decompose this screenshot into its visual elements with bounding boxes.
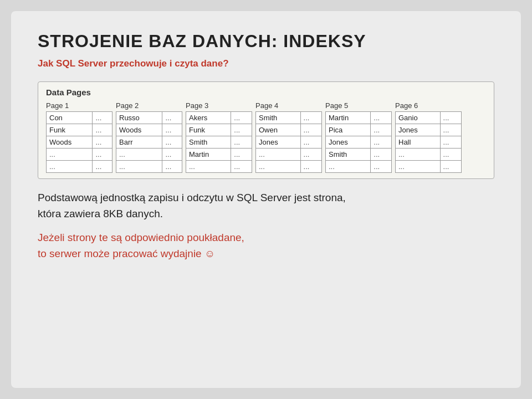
- table-cell: ...: [162, 161, 182, 173]
- table-cell: ...: [440, 161, 461, 173]
- table-cell: Funk: [47, 124, 93, 136]
- table-cell: Hall: [396, 136, 441, 149]
- page-header-6: Page 6: [395, 101, 462, 110]
- highlight-text: Jeżeli strony te są odpowiednio poukłada…: [38, 229, 494, 262]
- table-row: Hall...: [396, 136, 462, 149]
- table-row: Smith...: [256, 112, 322, 124]
- table-cell: Smith: [256, 112, 301, 124]
- table-row: ......: [396, 161, 462, 173]
- table-row: Russo...: [116, 112, 182, 124]
- table-row: ......: [186, 161, 252, 173]
- table-cell: Martin: [326, 112, 371, 124]
- table-row: Jones...: [256, 136, 322, 149]
- table-row: Smith...: [186, 136, 252, 149]
- table-cell: Pica: [326, 124, 371, 136]
- table-row: ......: [47, 149, 112, 161]
- table-row: Woods...: [47, 136, 112, 149]
- table-cell: Martin: [186, 149, 231, 161]
- table-row: Con...: [47, 112, 112, 124]
- page-table-3: Akers...Funk...Smith...Martin.........: [186, 111, 252, 173]
- page-header-3: Page 3: [186, 101, 252, 110]
- table-cell: ...: [440, 124, 461, 136]
- table-row: ......: [256, 149, 322, 161]
- table-row: Jones...: [396, 124, 462, 136]
- table-row: ......: [396, 149, 462, 161]
- table-row: Woods...: [116, 124, 182, 136]
- table-cell: ...: [371, 161, 392, 173]
- table-cell: Woods: [47, 136, 93, 149]
- table-row: Martin...: [326, 112, 392, 124]
- table-cell: Con: [47, 112, 93, 124]
- page-header-2: Page 2: [116, 101, 182, 110]
- table-cell: ...: [162, 112, 182, 124]
- table-cell: ...: [47, 161, 93, 173]
- table-cell: ...: [300, 112, 321, 124]
- subtitle: Jak SQL Server przechowuje i czyta dane?: [38, 58, 494, 69]
- table-cell: Jones: [396, 124, 441, 136]
- table-cell: Jones: [326, 136, 371, 149]
- table-cell: ...: [231, 136, 252, 149]
- data-pages-label: Data Pages: [46, 88, 486, 97]
- table-cell: Jones: [256, 136, 301, 149]
- page-col-6: Page 6Ganio...Jones...Hall..............…: [395, 101, 462, 173]
- table-cell: ...: [231, 149, 252, 161]
- table-cell: ...: [326, 161, 371, 173]
- table-row: ......: [326, 161, 392, 173]
- page-header-4: Page 4: [255, 101, 322, 110]
- table-cell: Woods: [116, 124, 162, 136]
- page-col-5: Page 5Martin...Pica...Jones...Smith.....…: [325, 101, 392, 173]
- table-cell: Akers: [186, 112, 231, 124]
- table-cell: ...: [93, 149, 112, 161]
- table-row: ......: [47, 161, 112, 173]
- table-cell: Ganio: [396, 112, 441, 124]
- page-table-4: Smith...Owen...Jones...............: [255, 111, 322, 173]
- data-pages-box: Data Pages Page 1Con...Funk...Woods.....…: [38, 81, 494, 179]
- page-col-4: Page 4Smith...Owen...Jones..............…: [255, 101, 322, 173]
- page-table-1: Con...Funk...Woods...............: [46, 111, 112, 173]
- table-cell: ...: [256, 149, 301, 161]
- table-cell: ...: [116, 149, 162, 161]
- table-cell: ...: [47, 149, 93, 161]
- table-cell: Smith: [186, 136, 231, 149]
- table-cell: ...: [256, 161, 301, 173]
- table-row: Owen...: [256, 124, 322, 136]
- table-cell: ...: [300, 161, 321, 173]
- page-col-1: Page 1Con...Funk...Woods...............: [46, 101, 112, 173]
- table-cell: ...: [162, 136, 182, 149]
- table-cell: Owen: [256, 124, 301, 136]
- table-cell: ...: [371, 112, 392, 124]
- table-cell: ...: [186, 161, 231, 173]
- table-cell: Funk: [186, 124, 231, 136]
- table-row: Pica...: [326, 124, 392, 136]
- table-cell: ...: [371, 124, 392, 136]
- table-cell: ...: [300, 136, 321, 149]
- table-cell: ...: [93, 161, 112, 173]
- table-cell: ...: [93, 112, 112, 124]
- table-cell: ...: [300, 149, 321, 161]
- page-table-2: Russo...Woods...Barr...............: [116, 111, 182, 173]
- table-row: Barr...: [116, 136, 182, 149]
- table-cell: ...: [93, 136, 112, 149]
- table-cell: Russo: [116, 112, 162, 124]
- table-cell: ...: [93, 124, 112, 136]
- page-table-6: Ganio...Jones...Hall...............: [395, 111, 462, 173]
- page-col-3: Page 3Akers...Funk...Smith...Martin.....…: [186, 101, 252, 173]
- table-cell: ...: [300, 124, 321, 136]
- table-cell: ...: [440, 149, 461, 161]
- body-text: Podstawową jednostką zapisu i odczytu w …: [38, 190, 494, 222]
- table-row: Funk...: [186, 124, 252, 136]
- highlight-line2: to serwer może pracować wydajnie ☺: [38, 248, 215, 259]
- pages-row: Page 1Con...Funk...Woods...............P…: [46, 101, 486, 173]
- table-row: Jones...: [326, 136, 392, 149]
- table-cell: Barr: [116, 136, 162, 149]
- page-table-5: Martin...Pica...Jones...Smith.........: [325, 111, 392, 173]
- table-cell: ...: [440, 136, 461, 149]
- table-cell: ...: [231, 112, 252, 124]
- table-row: ......: [116, 161, 182, 173]
- table-row: Martin...: [186, 149, 252, 161]
- table-cell: ...: [440, 112, 461, 124]
- highlight-line1: Jeżeli strony te są odpowiednio poukłada…: [38, 232, 244, 243]
- slide: STROJENIE BAZ DANYCH: INDEKSY Jak SQL Se…: [11, 11, 521, 388]
- table-cell: ...: [396, 149, 441, 161]
- page-title: STROJENIE BAZ DANYCH: INDEKSY: [38, 31, 494, 52]
